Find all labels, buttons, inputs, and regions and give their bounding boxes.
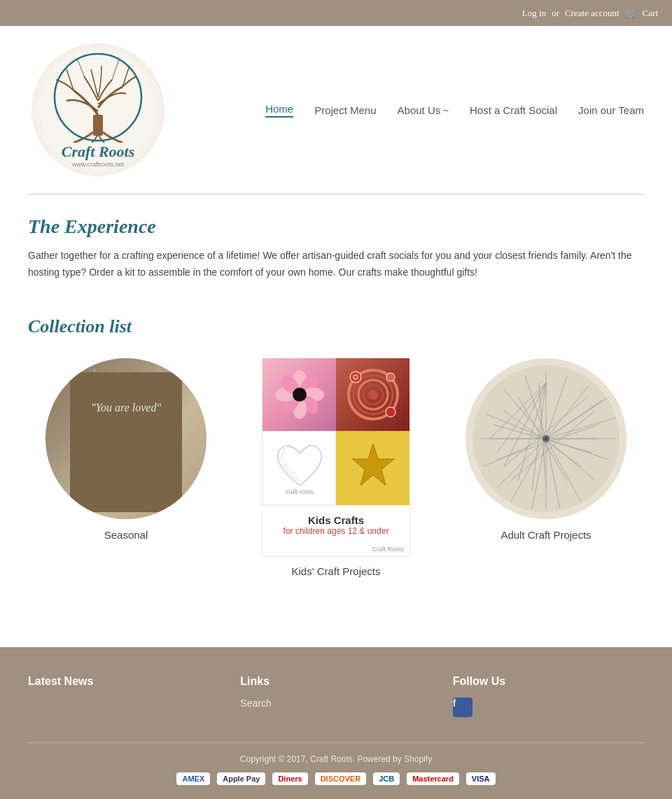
top-bar-or: or	[552, 8, 559, 19]
svg-point-11	[104, 473, 113, 481]
kids-img-container: craft roots Kids Crafts for c	[262, 358, 410, 556]
kids-q3: craft roots	[262, 431, 336, 505]
payment-apple: Apple Pay	[217, 772, 265, 785]
experience-title: The Experience	[28, 215, 644, 238]
nav-about-label: About Us	[398, 104, 441, 116]
kids-q2	[336, 358, 410, 431]
main-content: The Experience Gather together for a cra…	[0, 215, 672, 605]
nav-project-menu[interactable]: Project Menu	[314, 104, 376, 116]
adult-label: Adult Craft Projects	[500, 529, 591, 541]
svg-point-30	[350, 372, 361, 383]
svg-point-13	[123, 472, 129, 478]
kids-q1	[262, 358, 336, 431]
svg-point-71	[545, 437, 547, 440]
kids-label-sub: for children ages 12 & under	[271, 526, 401, 536]
logo-url: www.craftroots.net	[72, 161, 124, 168]
footer-copyright: Copyright © 2017, Craft Roots. Powered b…	[28, 754, 644, 764]
nav-join[interactable]: Join our Team	[578, 104, 644, 116]
footer-news: Latest News	[28, 675, 219, 721]
payment-icons: AMEX Apple Pay Diners DISCOVER JCB Maste…	[28, 772, 644, 785]
svg-point-10	[100, 469, 117, 486]
svg-rect-3	[77, 376, 175, 380]
payment-diners: Diners	[272, 772, 307, 785]
collection-grid: You are loved Seasonal	[28, 358, 644, 577]
svg-point-29	[368, 390, 378, 400]
footer-bottom: Copyright © 2017, Craft Roots. Powered b…	[28, 742, 644, 785]
seasonal-image: You are loved	[46, 358, 206, 519]
collection-section: Collection list You	[28, 316, 644, 577]
header-divider	[28, 194, 644, 195]
payment-visa: VISA	[466, 772, 496, 785]
footer-links: Links Search	[240, 675, 431, 721]
tree-svg	[46, 52, 150, 143]
nav-host[interactable]: Host a Craft Social	[470, 104, 557, 116]
kids-label-area: Kids Crafts for children ages 12 & under	[262, 505, 410, 544]
svg-point-14	[136, 472, 147, 483]
about-chevron-icon: ~	[442, 104, 449, 116]
logo-brand-name: Craft Roots	[62, 143, 135, 161]
svg-rect-0	[93, 115, 103, 136]
cart-icon: 🛒	[625, 7, 637, 19]
footer-follow: Follow Us f	[453, 675, 644, 721]
svg-point-33	[386, 407, 396, 417]
kids-q4	[336, 431, 410, 505]
svg-rect-4	[77, 490, 175, 495]
nav-about-us[interactable]: About Us ~	[398, 104, 449, 116]
experience-body: Gather together for a crafting experienc…	[28, 248, 644, 281]
svg-marker-35	[352, 444, 394, 486]
logo-circle: Craft Roots www.craftroots.net	[31, 43, 164, 176]
facebook-link[interactable]: f	[453, 698, 472, 717]
payment-master: Mastercard	[407, 772, 459, 785]
adult-image	[465, 358, 626, 519]
collection-title: Collection list	[28, 316, 644, 337]
kids-craft-roots-label: Craft Roots	[262, 544, 410, 556]
nav-home[interactable]: Home	[265, 103, 293, 118]
kids-collage: craft roots	[262, 358, 410, 505]
svg-point-24	[293, 388, 307, 402]
seasonal-label: Seasonal	[104, 529, 148, 541]
kids-label: Kids' Craft Projects	[291, 565, 380, 577]
footer-search-link[interactable]: Search	[240, 698, 431, 709]
logo-area: Craft Roots www.craftroots.net	[28, 40, 168, 180]
svg-text:loved: loved	[111, 444, 141, 459]
svg-point-32	[386, 373, 395, 381]
payment-amex: AMEX	[176, 772, 210, 785]
payment-jcb: JCB	[373, 772, 400, 785]
top-bar: Log in or Create account 🛒 Cart	[0, 0, 672, 26]
collection-item-seasonal[interactable]: You are loved Seasonal	[28, 358, 224, 577]
main-nav: Home Project Menu About Us ~ Host a Craf…	[265, 103, 644, 118]
svg-rect-2	[77, 376, 175, 495]
svg-text:You: You	[118, 415, 134, 427]
login-link[interactable]: Log in	[522, 8, 546, 19]
adult-img-wrap	[465, 358, 626, 519]
svg-text:are: are	[119, 429, 134, 441]
create-account-link[interactable]: Create account	[565, 8, 620, 19]
seasonal-svg: You are loved	[70, 369, 182, 509]
logo-wrap: Craft Roots www.craftroots.net	[28, 40, 168, 180]
svg-text:craft roots: craft roots	[285, 488, 314, 495]
footer-grid: Latest News Links Search Follow Us f	[28, 675, 644, 721]
footer-follow-title: Follow Us	[453, 675, 644, 688]
footer-links-title: Links	[240, 675, 431, 688]
footer-news-title: Latest News	[28, 675, 219, 688]
seasonal-img-wrap: You are loved	[46, 358, 206, 519]
kids-label-main: Kids Crafts	[271, 514, 401, 526]
collection-item-kids[interactable]: craft roots Kids Crafts for c	[238, 358, 434, 577]
collection-item-adult[interactable]: Adult Craft Projects	[448, 358, 644, 577]
cart-link[interactable]: Cart	[643, 8, 658, 19]
header: Craft Roots www.craftroots.net Home Proj…	[0, 26, 672, 194]
footer: Latest News Links Search Follow Us f Cop…	[0, 647, 672, 799]
payment-discover: DISCOVER	[315, 772, 366, 785]
adult-string-art-svg	[469, 362, 623, 516]
svg-point-12	[120, 469, 132, 481]
